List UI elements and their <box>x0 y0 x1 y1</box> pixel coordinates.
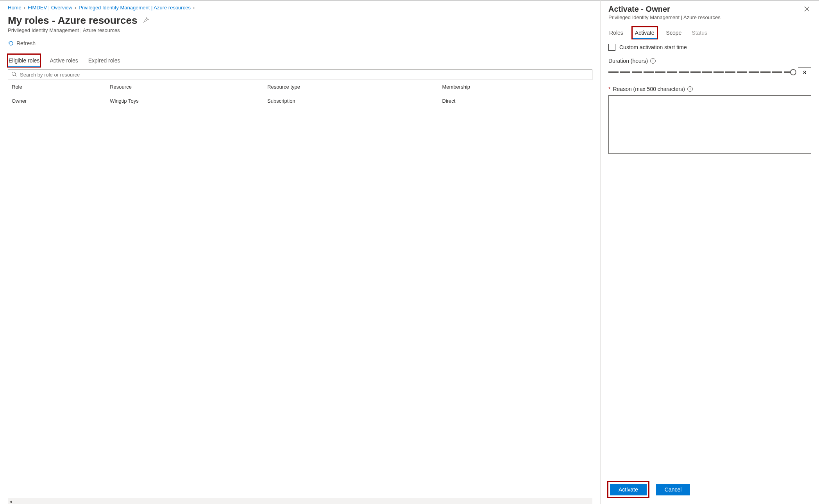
col-role[interactable]: Role <box>8 80 106 94</box>
chevron-right-icon: › <box>24 5 25 11</box>
search-box[interactable] <box>8 69 592 80</box>
reason-label-row: *Reason (max 500 characters) i <box>608 86 811 92</box>
roles-table: Role Resource Resource type Membership O… <box>8 80 592 108</box>
duration-value-input[interactable] <box>798 67 811 77</box>
cell-role: Owner <box>8 94 106 108</box>
activate-button[interactable]: Activate <box>610 484 647 495</box>
breadcrumb-home[interactable]: Home <box>8 5 21 11</box>
search-icon <box>11 71 17 78</box>
required-icon: * <box>608 86 610 92</box>
duration-slider-row <box>608 67 811 77</box>
custom-start-label: Custom activation start time <box>619 44 687 50</box>
panel-tab-scope[interactable]: Scope <box>665 27 683 38</box>
duration-slider[interactable] <box>608 71 794 73</box>
refresh-button[interactable]: Refresh <box>8 40 592 46</box>
cancel-button[interactable]: Cancel <box>656 484 690 495</box>
cell-resource: Wingtip Toys <box>106 94 263 108</box>
breadcrumb-fimdev[interactable]: FIMDEV | Overview <box>28 5 72 11</box>
duration-label: Duration (hours) <box>608 58 648 64</box>
col-resource-type[interactable]: Resource type <box>263 80 438 94</box>
svg-line-2 <box>15 75 17 77</box>
reason-textarea[interactable] <box>608 95 811 154</box>
refresh-label: Refresh <box>16 40 36 46</box>
tab-expired-roles[interactable]: Expired roles <box>88 54 121 67</box>
cell-membership: Direct <box>438 94 593 108</box>
table-row[interactable]: Owner Wingtip Toys Subscription Direct <box>8 94 592 108</box>
activate-button-highlight: Activate <box>608 482 648 497</box>
info-icon[interactable]: i <box>687 86 693 92</box>
close-icon[interactable] <box>803 5 811 15</box>
page-subtitle: Privileged Identity Management | Azure r… <box>8 27 592 33</box>
horizontal-scrollbar[interactable]: ◀ <box>8 499 592 504</box>
duration-label-row: Duration (hours) i <box>608 58 811 64</box>
breadcrumb-pim[interactable]: Privileged Identity Management | Azure r… <box>79 5 191 11</box>
custom-start-row: Custom activation start time <box>608 44 811 51</box>
refresh-icon <box>8 40 14 46</box>
panel-tab-status: Status <box>691 27 708 38</box>
panel-tabs: Roles Activate Scope Status <box>608 27 811 38</box>
pin-icon[interactable] <box>143 17 149 25</box>
cell-resource-type: Subscription <box>263 94 438 108</box>
chevron-right-icon: › <box>193 5 195 11</box>
panel-subtitle: Privileged Identity Management | Azure r… <box>608 14 721 20</box>
col-membership[interactable]: Membership <box>438 80 593 94</box>
svg-line-0 <box>144 21 145 22</box>
search-input[interactable] <box>20 72 589 78</box>
title-row: My roles - Azure resources <box>8 14 592 27</box>
panel-tab-activate[interactable]: Activate <box>633 27 657 38</box>
col-resource[interactable]: Resource <box>106 80 263 94</box>
svg-point-1 <box>12 72 16 76</box>
page-title: My roles - Azure resources <box>8 14 137 27</box>
chevron-right-icon: › <box>75 5 76 11</box>
scroll-left-icon[interactable]: ◀ <box>8 499 13 504</box>
panel-title: Activate - Owner <box>608 5 721 14</box>
custom-start-checkbox[interactable] <box>608 44 615 51</box>
info-icon[interactable]: i <box>650 58 656 64</box>
tab-eligible-roles[interactable]: Eligible roles <box>8 54 40 67</box>
role-tabs: Eligible roles Active roles Expired role… <box>8 54 592 67</box>
activate-panel: Activate - Owner Privileged Identity Man… <box>600 0 819 504</box>
reason-label: Reason (max 500 characters) <box>613 86 685 92</box>
slider-thumb[interactable] <box>790 69 796 75</box>
panel-footer: Activate Cancel <box>608 476 811 504</box>
panel-tab-roles[interactable]: Roles <box>608 27 624 38</box>
breadcrumb: Home › FIMDEV | Overview › Privileged Id… <box>8 5 592 11</box>
main-content: Home › FIMDEV | Overview › Privileged Id… <box>0 0 600 504</box>
tab-active-roles[interactable]: Active roles <box>49 54 79 67</box>
